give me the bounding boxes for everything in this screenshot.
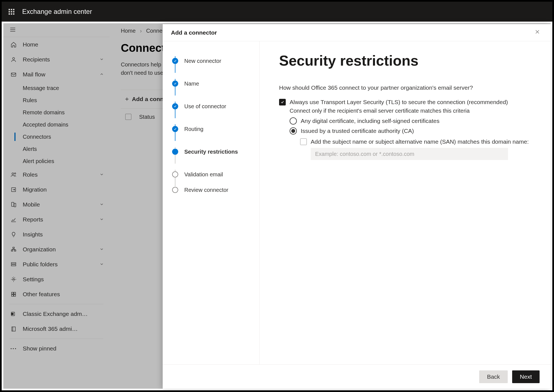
san-checkbox-label: Add the subject name or subject alternat… [311, 138, 529, 145]
step-new-connector[interactable]: New connector [172, 50, 254, 72]
app-title: Exchange admin center [22, 8, 92, 16]
panel-title: Add a connector [171, 29, 217, 36]
step-todo-icon [172, 187, 178, 193]
back-button[interactable]: Back [479, 370, 508, 383]
step-name[interactable]: Name [172, 72, 254, 95]
panel-header: Add a connector [163, 24, 551, 41]
radio-label: Issued by a trusted certificate authorit… [301, 128, 414, 134]
checkbox-unchecked-icon [300, 138, 307, 145]
step-validation-email[interactable]: Validation email [172, 163, 254, 186]
step-done-icon [172, 58, 178, 64]
content-heading: Security restrictions [279, 52, 534, 69]
app-launcher-icon[interactable] [4, 2, 19, 22]
step-current-icon [172, 149, 178, 155]
add-connector-panel: Add a connector New connector [163, 24, 551, 389]
radio-trusted-ca[interactable]: Issued by a trusted certificate authorit… [290, 127, 534, 135]
step-label: Security restrictions [184, 149, 238, 155]
domain-name-input[interactable] [311, 148, 508, 160]
step-label: Use of connector [184, 103, 226, 110]
panel-content: Security restrictions How should Office … [260, 41, 551, 364]
san-checkbox-row[interactable]: Add the subject name or subject alternat… [300, 138, 534, 145]
tls-subtext: Connect only if the recipient's email se… [290, 108, 534, 114]
step-done-icon [172, 103, 178, 109]
step-label: New connector [184, 58, 221, 64]
step-review-connector[interactable]: Review connector [172, 186, 254, 194]
step-todo-icon [172, 171, 178, 177]
step-use-of-connector[interactable]: Use of connector [172, 95, 254, 118]
tls-checkbox-row[interactable]: Always use Transport Layer Security (TLS… [279, 99, 534, 105]
checkbox-checked-icon [279, 99, 286, 105]
content-question: How should Office 365 connect to your pa… [279, 84, 534, 91]
close-icon[interactable] [532, 27, 542, 38]
radio-label: Any digital certificate, including self-… [301, 118, 440, 124]
step-done-icon [172, 81, 178, 87]
step-label: Validation email [184, 171, 223, 178]
tls-checkbox-label: Always use Transport Layer Security (TLS… [290, 99, 508, 105]
step-done-icon [172, 126, 178, 132]
next-button[interactable]: Next [512, 370, 540, 383]
step-label: Name [184, 81, 199, 87]
radio-selected-icon [290, 127, 297, 135]
step-security-restrictions[interactable]: Security restrictions [172, 140, 254, 163]
radio-any-cert[interactable]: Any digital certificate, including self-… [290, 117, 534, 125]
panel-footer: Back Next [163, 364, 551, 389]
step-label: Review connector [184, 187, 228, 193]
step-label: Routing [184, 126, 203, 132]
wizard-stepper: New connector Name Use of connector [163, 41, 260, 364]
top-bar: Exchange admin center [2, 2, 552, 22]
radio-unselected-icon [290, 117, 297, 125]
step-routing[interactable]: Routing [172, 118, 254, 140]
